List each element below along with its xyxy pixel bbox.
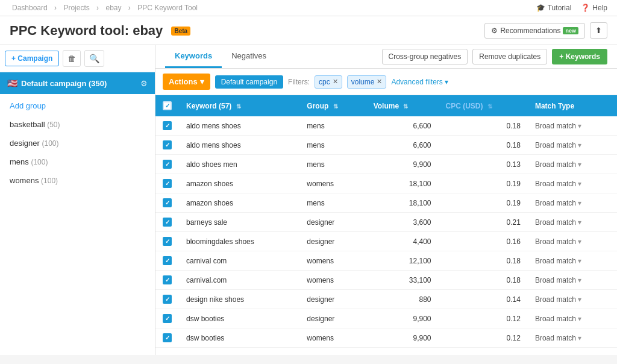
add-campaign-button[interactable]: + Campaign (5, 51, 59, 66)
campaign-badge: Default campaign (215, 75, 283, 89)
match-type-select[interactable]: Broad match (535, 122, 610, 130)
match-type-select[interactable]: Broad match (535, 315, 610, 323)
match-type-select[interactable]: Broad match (535, 199, 610, 207)
header-checkbox-col (155, 95, 179, 116)
table-row: carnival com womens 12,100 0.18 Broad ma… (155, 251, 617, 271)
match-type-select[interactable]: Broad match (535, 160, 610, 169)
campaign-name: Default campaign (350) (21, 79, 137, 88)
sidebar-toolbar: + Campaign 🗑 🔍 (0, 45, 155, 72)
table-row: amazon shoes womens 18,100 0.19 Broad ma… (155, 174, 617, 193)
header-cpc[interactable]: CPC (USD) ⇅ (438, 95, 527, 116)
row-volume: 4,400 (366, 232, 439, 251)
row-checkbox[interactable] (163, 160, 172, 169)
match-type-select[interactable]: Broad match (535, 180, 610, 188)
add-keywords-button[interactable]: + Keywords (552, 49, 607, 64)
select-all-checkbox[interactable] (163, 101, 172, 110)
row-checkbox-cell (155, 136, 179, 155)
top-nav-right: 🎓 Tutorial ❓ Help (536, 4, 607, 12)
sidebar-groups: Add group basketball (50) designer (100)… (0, 94, 155, 192)
row-volume: 880 (366, 290, 439, 309)
row-checkbox[interactable] (163, 198, 172, 207)
row-checkbox[interactable] (163, 179, 172, 188)
header-keyword[interactable]: Keyword (57) ⇅ (179, 95, 299, 116)
row-checkbox[interactable] (163, 237, 172, 246)
actions-chevron-icon: ▾ (200, 77, 204, 86)
filter-tag-cpc: cpc ✕ (315, 75, 342, 89)
row-volume: 12,100 (366, 251, 439, 271)
row-group: mens (299, 116, 366, 136)
match-type-select[interactable]: Broad match (535, 295, 610, 304)
header-group[interactable]: Group ⇅ (299, 95, 366, 116)
row-volume: 33,100 (366, 271, 439, 290)
campaign-header[interactable]: 🇺🇸 Default campaign (350) ⚙ (0, 72, 155, 94)
tab-keywords[interactable]: Keywords (165, 45, 222, 68)
tutorial-link[interactable]: 🎓 Tutorial (536, 4, 572, 12)
row-checkbox-cell (155, 251, 179, 271)
row-checkbox-cell (155, 174, 179, 193)
help-link[interactable]: ❓ Help (581, 4, 607, 12)
search-button[interactable]: 🔍 (84, 50, 104, 67)
tab-negatives[interactable]: Negatives (222, 45, 276, 68)
row-volume: 18,100 (366, 174, 439, 193)
breadcrumb-projects[interactable]: Projects (63, 4, 89, 12)
row-match-type: Broad match (528, 271, 617, 290)
delete-icon: 🗑 (67, 54, 76, 63)
group-item-mens[interactable]: mens (100) (0, 152, 155, 171)
match-type-select[interactable]: Broad match (535, 141, 610, 149)
actions-button[interactable]: Actions ▾ (163, 74, 210, 90)
row-cpc: 0.13 (438, 155, 527, 174)
recommendations-button[interactable]: ⚙ Recommendations new (484, 23, 585, 39)
header-match-type: Match Type (528, 95, 617, 116)
group-item-designer[interactable]: designer (100) (0, 134, 155, 152)
match-type-select[interactable]: Broad match (535, 218, 610, 227)
match-type-select[interactable]: Broad match (535, 237, 610, 246)
row-cpc: 0.19 (438, 193, 527, 213)
row-checkbox[interactable] (163, 314, 172, 323)
keywords-table: Keyword (57) ⇅ Group ⇅ Volume ⇅ CPC (U (155, 95, 617, 348)
cpc-sort-icon: ⇅ (487, 103, 492, 110)
export-button[interactable]: ⬆ (590, 22, 607, 39)
breadcrumb-dashboard[interactable]: Dashboard (12, 4, 48, 12)
add-group-link[interactable]: Add group (0, 96, 155, 115)
tabs-bar: Keywords Negatives Cross-group negatives… (155, 45, 617, 69)
recommendations-label: Recommendations (500, 27, 560, 35)
group-item-basketball[interactable]: basketball (50) (0, 115, 155, 134)
group-sort-icon: ⇅ (333, 103, 338, 110)
row-checkbox[interactable] (163, 275, 172, 284)
row-checkbox[interactable] (163, 256, 172, 265)
row-match-type: Broad match (528, 290, 617, 309)
header-volume[interactable]: Volume ⇅ (366, 95, 439, 116)
row-cpc: 0.14 (438, 290, 527, 309)
row-volume: 6,600 (366, 116, 439, 136)
help-label: Help (592, 4, 607, 12)
row-group: designer (299, 290, 366, 309)
match-type-select[interactable]: Broad match (535, 276, 610, 284)
match-type-select[interactable]: Broad match (535, 257, 610, 265)
row-keyword: design nike shoes (179, 290, 299, 309)
match-type-select[interactable]: Broad match (535, 334, 610, 342)
filters-label: Filters: (288, 78, 310, 86)
row-checkbox[interactable] (163, 333, 172, 342)
breadcrumb-ebay[interactable]: ebay (105, 4, 121, 12)
row-checkbox-cell (155, 271, 179, 290)
group-item-womens[interactable]: womens (100) (0, 171, 155, 190)
row-cpc: 0.18 (438, 251, 527, 271)
settings-icon[interactable]: ⚙ (140, 79, 148, 88)
advanced-filters-button[interactable]: Advanced filters ▾ (391, 78, 448, 86)
row-keyword: amazon shoes (179, 193, 299, 213)
remove-volume-filter[interactable]: ✕ (377, 78, 382, 86)
recommendations-icon: ⚙ (491, 27, 498, 35)
row-checkbox[interactable] (163, 295, 172, 304)
row-checkbox[interactable] (163, 121, 172, 130)
remove-cpc-filter[interactable]: ✕ (333, 78, 338, 86)
table-container[interactable]: Keyword (57) ⇅ Group ⇅ Volume ⇅ CPC (U (155, 95, 617, 355)
cross-group-button[interactable]: Cross-group negatives (382, 49, 468, 64)
row-checkbox[interactable] (163, 140, 172, 149)
row-keyword: aldo mens shoes (179, 116, 299, 136)
row-cpc: 0.12 (438, 309, 527, 328)
remove-duplicates-button[interactable]: Remove duplicates (472, 49, 547, 64)
top-nav: Dashboard › Projects › ebay › PPC Keywor… (0, 0, 617, 16)
delete-button[interactable]: 🗑 (63, 50, 81, 67)
row-checkbox-cell (155, 290, 179, 309)
row-checkbox[interactable] (163, 218, 172, 227)
